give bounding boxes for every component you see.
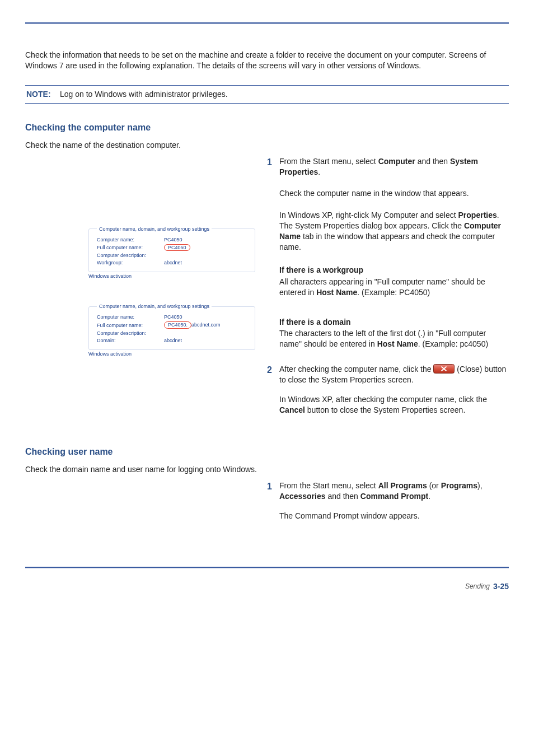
b1-c: . (Example: PC4050) [357,288,430,297]
fig-windows-activation: Windows activation [88,273,255,279]
page-footer: Sending 3-25 [25,582,509,591]
v-workgroup: abcdnet [164,260,247,265]
system-properties-domain-figure: Computer name, domain, and workgroup set… [88,303,256,362]
b1-b: Host Name [316,288,357,297]
footer-text: Sending [465,582,490,590]
v-computer-name: PC4050 [164,237,247,242]
s3-a: From the Start menu, select [279,481,378,490]
top-rule [25,22,509,24]
section-desc-user-name: Check the domain name and user name for … [25,465,509,474]
b2-b: Host Name [377,339,418,348]
footer-page: 3-25 [493,582,509,591]
v-computer-name-2: PC4050 [164,314,247,320]
note-block: NOTE: Log on to Windows with administrat… [25,85,509,104]
k-full-computer-name: Full computer name: [97,245,164,250]
s1-f2: Properties [458,211,497,220]
v-domain: abcdnet [164,338,247,343]
section-title-user-name: Checking user name [25,447,509,457]
s3-c: (or [427,481,441,490]
s3-b: All Programs [378,481,427,490]
figure-legend: Computer name, domain, and workgroup set… [97,226,212,232]
s1-d: . [318,167,320,176]
s2-c3: button to close the System Properties sc… [305,405,465,414]
step-3-number: 1 [267,480,279,521]
s2-a: After checking the computer name, click … [279,365,433,374]
k-computer-desc-2: Computer description: [97,330,164,336]
s3-g: and then [326,492,360,501]
v-full-name-rest: abcdnet.com [191,322,221,328]
note-text: Log on to Windows with administrator pri… [60,89,509,100]
step-2-number: 2 [267,364,279,416]
circled-full-name: PC4050 [164,244,190,251]
branch-domain-title: If there is a domain [279,317,509,328]
s2-c2: Cancel [279,405,305,414]
s1-f1: In Windows XP, right-click My Computer a… [279,211,458,220]
s2-c1: In Windows XP, after checking the comput… [279,395,487,404]
s1-e: Check the computer name in the window th… [279,188,509,199]
k-full-computer-name-2: Full computer name: [97,323,164,328]
step-1: 1 From the Start menu, select Computer a… [267,156,509,352]
close-icon [433,364,455,374]
s1-a: From the Start menu, select [279,157,378,166]
note-label: NOTE: [25,90,60,99]
k-computer-name: Computer name: [97,237,164,242]
s1-c: and then [415,157,450,166]
step-2: 2 After checking the computer name, clic… [267,364,509,416]
s1-f5: tab in the window that appears and check… [279,232,495,251]
s3-i: . [428,492,430,501]
k-computer-name-2: Computer name: [97,314,164,320]
s3-d: Programs [441,481,477,490]
k-workgroup: Workgroup: [97,260,164,265]
bottom-rule [25,567,509,568]
intro-paragraph: Check the information that needs to be s… [25,50,509,71]
b2-c: . (Example: pc4050) [418,339,488,348]
k-domain: Domain: [97,338,164,343]
system-properties-workgroup-figure: Computer name, domain, and workgroup set… [88,226,256,284]
branch-workgroup-title: If there is a workgroup [279,265,509,276]
s3-j: The Command Prompt window appears. [279,511,509,521]
fig-windows-activation-2: Windows activation [88,351,255,357]
s3-f: Accessories [279,492,326,501]
section-title-computer-name: Checking the computer name [25,123,509,133]
s3-h: Command Prompt [360,492,428,501]
s3-e: ), [477,481,483,490]
s1-b: Computer [378,157,415,166]
step-1-number: 1 [267,156,279,352]
step-3: 1 From the Start menu, select All Progra… [267,480,509,521]
k-computer-desc: Computer description: [97,253,164,258]
section-desc-computer-name: Check the name of the destination comput… [25,141,509,150]
circled-full-name-2: PC4050. [164,321,191,329]
figure-legend-2: Computer name, domain, and workgroup set… [97,304,212,309]
